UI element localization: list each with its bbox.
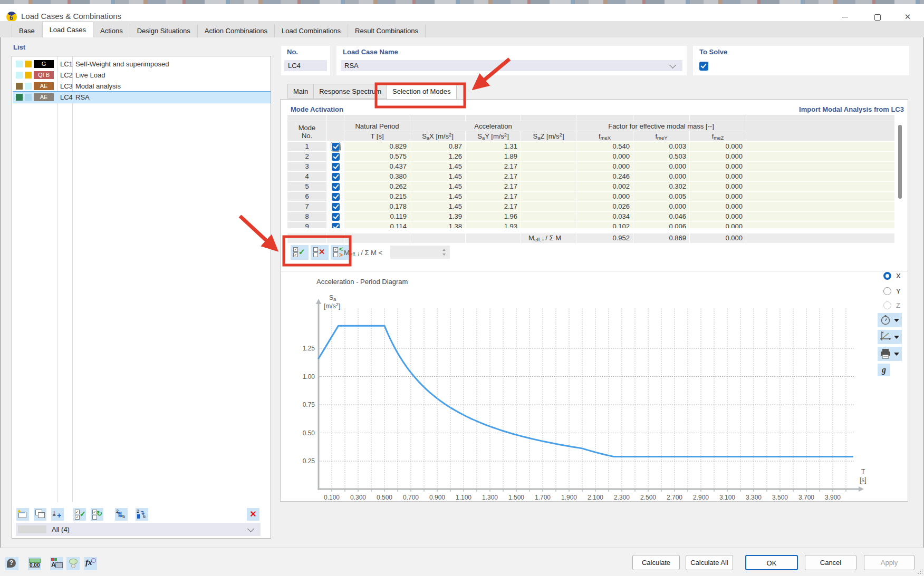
radio-label-y: Y bbox=[896, 287, 901, 295]
display-settings-icon-button[interactable]: A bbox=[50, 557, 63, 570]
dialog-load-cases-combinations: 6 Load Cases & Combinations ✕ BaseLoad C… bbox=[0, 0, 924, 576]
radio-x[interactable] bbox=[883, 272, 891, 280]
svg-text:1.500: 1.500 bbox=[508, 494, 524, 501]
svg-text:0.100: 0.100 bbox=[324, 494, 340, 501]
svg-text:3.700: 3.700 bbox=[798, 494, 814, 501]
svg-text:1.300: 1.300 bbox=[482, 494, 498, 501]
radio-label-z: Z bbox=[896, 301, 900, 309]
rendering-icon-button[interactable] bbox=[66, 557, 80, 570]
svg-text:1.00: 1.00 bbox=[303, 373, 315, 380]
ok-button[interactable]: OK bbox=[745, 555, 798, 570]
svg-text:2.100: 2.100 bbox=[588, 494, 603, 501]
formula-icon-button[interactable]: fx bbox=[84, 557, 97, 570]
g-constant-button[interactable]: g bbox=[878, 364, 890, 376]
diagram-settings-button[interactable] bbox=[878, 330, 902, 344]
svg-text:2.900: 2.900 bbox=[693, 494, 709, 501]
radio-z[interactable] bbox=[883, 301, 891, 309]
units-icon-button[interactable]: 0.00 bbox=[28, 557, 41, 570]
svg-text:3.500: 3.500 bbox=[772, 494, 788, 501]
svg-text:1.700: 1.700 bbox=[535, 494, 551, 501]
resize-grip[interactable] bbox=[917, 569, 922, 574]
svg-text:1.100: 1.100 bbox=[456, 494, 471, 501]
svg-text:0.300: 0.300 bbox=[350, 494, 366, 501]
svg-text:3.900: 3.900 bbox=[825, 494, 841, 501]
svg-text:2.700: 2.700 bbox=[667, 494, 682, 501]
acceleration-period-chart: 0.250.500.751.001.250.1000.3000.5000.700… bbox=[0, 0, 924, 576]
calculate-button[interactable]: Calculate bbox=[632, 555, 680, 570]
svg-text:1.25: 1.25 bbox=[303, 345, 315, 352]
svg-text:2.300: 2.300 bbox=[614, 494, 630, 501]
svg-text:0.25: 0.25 bbox=[303, 457, 315, 465]
print-button[interactable] bbox=[878, 347, 902, 361]
svg-text:3.100: 3.100 bbox=[719, 494, 735, 501]
footer: ?0.00Afx CalculateCalculate AllOKCancelA… bbox=[0, 548, 924, 576]
svg-text:0.900: 0.900 bbox=[429, 494, 445, 501]
time-settings-button[interactable] bbox=[878, 313, 902, 327]
svg-text:3.300: 3.300 bbox=[746, 494, 762, 501]
apply-button[interactable]: Apply bbox=[864, 555, 915, 570]
help-icon-button[interactable]: ? bbox=[5, 557, 18, 570]
svg-text:0.50: 0.50 bbox=[303, 429, 315, 437]
svg-text:0.700: 0.700 bbox=[403, 494, 419, 501]
radio-y[interactable] bbox=[883, 287, 891, 295]
calculate-all-button[interactable]: Calculate All bbox=[686, 555, 733, 570]
svg-text:0.75: 0.75 bbox=[303, 401, 315, 408]
svg-text:0.500: 0.500 bbox=[377, 494, 392, 501]
cancel-button[interactable]: Cancel bbox=[805, 555, 856, 570]
svg-text:2.500: 2.500 bbox=[640, 494, 656, 501]
radio-label-x: X bbox=[896, 272, 901, 280]
svg-text:1.900: 1.900 bbox=[561, 494, 577, 501]
